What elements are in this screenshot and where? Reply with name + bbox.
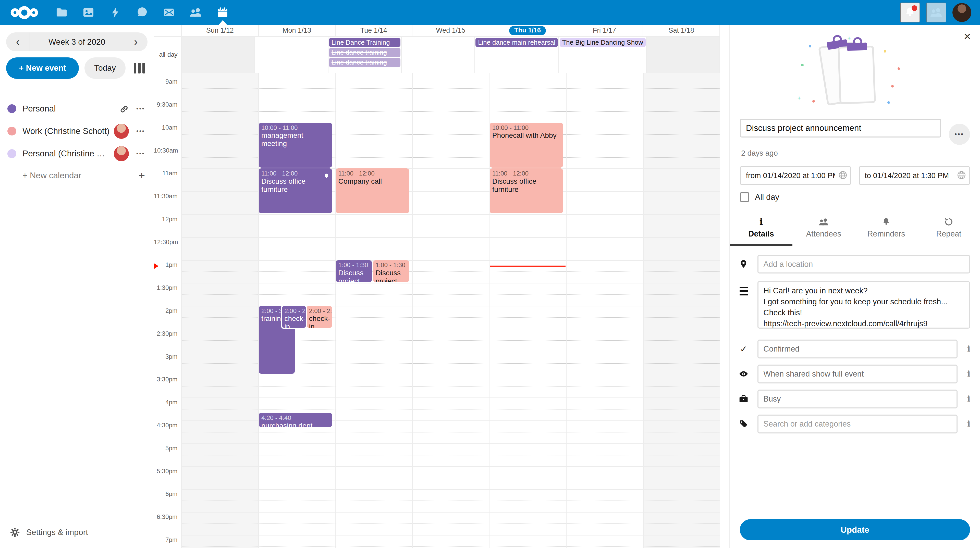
info-icon[interactable]: i [958,415,980,429]
next-week-button[interactable]: › [124,32,148,51]
notifications-button[interactable] [900,3,920,22]
event-check-in[interactable]: 2:00 - 2:30check-in [307,306,332,328]
tab-details[interactable]: i Details [730,214,792,246]
categories-input[interactable] [757,415,958,433]
event-time: 2:00 - 2:30 [284,307,304,315]
contacts-menu-button[interactable] [926,3,946,22]
day-header-fri-1-17[interactable]: Fri 1/17 [566,25,643,36]
timezone-globe-icon[interactable] [957,170,966,182]
event-discuss-project-announcement[interactable]: 1:00 - 1:30Discuss project announcement [336,260,372,282]
close-panel-button[interactable]: ✕ [963,31,971,42]
calendar-list: Personal ••• Work (C [0,97,154,165]
allday-event-line-dance-training[interactable]: Line Dance Training [329,38,401,47]
previous-week-button[interactable]: ‹ [6,32,30,51]
event-company-call[interactable]: 11:00 - 12:00Company call [336,168,409,213]
calendar-menu-button[interactable]: ••• [135,149,146,159]
app-mail-button[interactable] [156,0,183,25]
today-button[interactable]: Today [84,57,126,79]
allday-cell-sun-1-12[interactable] [181,37,255,73]
app-photos-button[interactable] [75,0,102,25]
event-title-input[interactable] [740,119,941,137]
calendar-item-personal-christine[interactable]: Personal (Christine Scho… ••• [0,142,154,165]
notification-badge [912,5,917,11]
app-talk-button[interactable] [129,0,156,25]
allday-event-line-dance-training[interactable]: Line dance training [329,58,401,67]
update-button[interactable]: Update [740,519,970,540]
visibility-select[interactable] [757,365,958,383]
day-header-sun-1-12[interactable]: Sun 1/12 [181,25,258,36]
event-discuss-office-furniture[interactable]: 11:00 - 12:00Discuss office furniture [490,168,563,213]
calendar-menu-button[interactable]: ••• [135,104,146,113]
tab-repeat[interactable]: Repeat [918,214,980,246]
app-contacts-button[interactable] [183,0,209,25]
timezone-globe-icon[interactable] [838,170,848,182]
grid-column-border [566,73,566,548]
allday-cell-mon-1-13[interactable] [255,37,328,73]
location-input[interactable] [757,255,970,273]
calendar-item-personal[interactable]: Personal ••• [0,97,154,120]
gutter-spacer [154,25,181,36]
day-header-mon-1-13[interactable]: Mon 1/13 [258,25,335,36]
grid-quarter-line [181,111,720,112]
day-header-sat-1-18[interactable]: Sat 1/18 [643,25,720,36]
allday-cell-fri-1-17[interactable]: The Big Line Dancing Show [558,37,646,73]
info-icon[interactable]: i [958,389,980,403]
app-files-button[interactable] [48,0,75,25]
time-grid[interactable]: 9am9:30am10am10:30am11am11:30am12pm12:30… [154,73,720,548]
day-header-label: Fri 1/17 [593,27,616,35]
start-datetime-input[interactable] [740,166,851,185]
allday-event-the-big-line-dancing-show[interactable]: The Big Line Dancing Show [560,38,646,47]
freebusy-select[interactable] [757,389,958,408]
time-label-5pm: 5pm [154,445,177,452]
new-event-button[interactable]: + New event [6,57,79,79]
app-activity-button[interactable] [102,0,129,25]
nextcloud-logo-icon[interactable] [8,0,41,25]
event-discuss-office-furniture[interactable]: 11:00 - 12:00Discuss office furniture [259,168,332,213]
allday-cell-sat-1-18[interactable] [646,37,720,73]
allday-cell-tue-1-14[interactable]: Line Dance TrainingLine dance trainingLi… [328,37,401,73]
allday-event-line-dance-main-rehearsal[interactable]: Line dance main rehearsal [476,38,558,47]
grid-hour-line [181,283,720,283]
share-link-icon[interactable] [119,104,129,114]
allday-cell-thu-1-16[interactable]: Line dance main rehearsal [474,37,558,73]
allday-event-line-dance-training[interactable]: Line dance training [329,48,401,57]
event-purchasing-dept[interactable]: 4:20 - 4:40purchasing dept [259,413,332,427]
day-header-wed-1-15[interactable]: Wed 1/15 [412,25,489,36]
allday-cell-wed-1-15[interactable] [401,37,474,73]
event-check-in[interactable]: 2:00 - 2:30check-in [282,306,306,328]
tab-label: Details [748,229,774,238]
event-title-row: ••• [740,119,970,145]
day-header-tue-1-14[interactable]: Tue 1/14 [335,25,412,36]
time-label-3-30pm: 3:30pm [154,376,177,383]
day-header-thu-1-16[interactable]: Thu 1/16 [489,25,566,36]
event-discuss-project[interactable]: 1:00 - 1:30Discuss project [373,260,409,282]
tab-attendees[interactable]: Attendees [792,214,855,246]
calendar-menu-button[interactable]: ••• [135,127,146,136]
tab-reminders[interactable]: Reminders [855,214,918,246]
grid-quarter-line [181,409,720,410]
new-calendar-button[interactable]: + New calendar + [0,165,154,186]
app-calendar-button[interactable] [209,0,236,25]
photos-icon [82,6,95,19]
status-select[interactable] [757,340,958,358]
event-time: 10:00 - 11:00 [261,124,329,131]
settings-import-button[interactable]: Settings & import [0,522,154,543]
description-textarea[interactable]: Hi Carl! are you in next week? I got som… [757,281,970,329]
weekend-shade [181,73,258,548]
all-day-checkbox[interactable] [740,192,749,202]
visibility-row: i [730,365,980,383]
event-title: Discuss office furniture [492,177,560,194]
end-datetime-input[interactable] [859,166,970,185]
view-mode-toggle[interactable] [131,60,148,76]
calendar-icon [216,6,229,19]
info-icon[interactable]: i [958,365,980,379]
sidebar-actions: + New event Today [6,57,147,79]
day-header-label: Sun 1/12 [206,27,234,35]
user-avatar[interactable] [953,3,971,22]
contacts-icon [930,6,943,19]
event-actions-menu-button[interactable]: ••• [949,124,970,145]
event-phonecall-with-abby[interactable]: 10:00 - 11:00Phonecall with Abby [490,123,563,168]
calendar-item-work-christine[interactable]: Work (Christine Schott) ••• [0,120,154,142]
info-icon[interactable]: i [958,340,980,354]
event-management-meeting[interactable]: 10:00 - 11:00management meeting [259,123,332,168]
